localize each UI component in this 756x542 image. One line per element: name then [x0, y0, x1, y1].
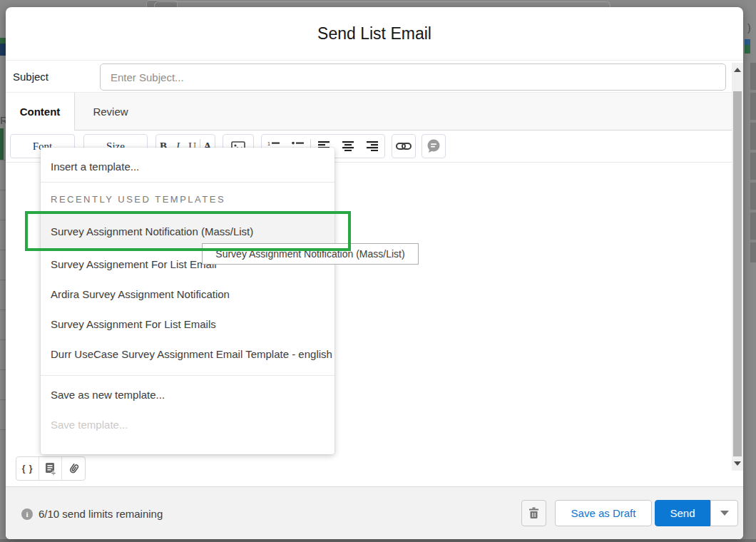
info-icon: i	[21, 508, 33, 520]
send-label: Send	[670, 507, 695, 519]
screen: R ) Send List Email Subject Content Revi…	[0, 0, 756, 542]
scrollbar-thumb[interactable]	[733, 91, 742, 456]
backdrop-artifact	[0, 38, 6, 44]
scrollbar-up-button[interactable]	[732, 63, 743, 77]
menu-item-template-2[interactable]: Ardira Survey Assignment Notification	[41, 280, 334, 310]
insert-link-button[interactable]	[392, 134, 416, 158]
modal-footer: i 6/10 send limits remaining Save as Dra…	[6, 486, 743, 539]
page-title: Send List Email	[6, 24, 743, 44]
modal-header: Send List Email	[6, 7, 743, 61]
backdrop-artifact	[745, 45, 750, 53]
svg-text:1: 1	[267, 141, 270, 146]
insert-template-button[interactable]	[39, 457, 62, 480]
menu-item-template-3[interactable]: Survey Assignment For List Emails	[41, 310, 334, 339]
backdrop-row-lines	[750, 63, 756, 262]
feedback-button[interactable]	[422, 134, 446, 158]
menu-section-header: RECENTLY USED TEMPLATES	[41, 183, 334, 214]
scroll-down-icon	[734, 461, 741, 466]
chevron-down-icon	[720, 511, 729, 516]
subject-label: Subject	[13, 71, 48, 83]
scroll-up-icon	[734, 68, 741, 72]
backdrop-bottom-strip	[0, 539, 756, 542]
backdrop-row-lines	[0, 160, 6, 454]
paperclip-icon	[67, 461, 80, 476]
tab-bar: Content Review	[6, 93, 743, 131]
send-options-button[interactable]	[710, 500, 738, 526]
subject-row: Subject	[6, 61, 743, 93]
send-limits: i 6/10 send limits remaining	[21, 508, 163, 520]
align-center-icon	[342, 141, 354, 151]
align-center-button[interactable]	[336, 135, 360, 158]
template-tooltip: Survey Assignment Notification (Mass/Lis…	[202, 243, 419, 265]
backdrop-artifact	[0, 44, 6, 56]
link-icon	[396, 140, 412, 152]
scrollbar[interactable]	[732, 63, 743, 471]
align-right-button[interactable]	[360, 135, 384, 158]
menu-gap	[41, 369, 334, 375]
tab-content[interactable]: Content	[6, 93, 75, 131]
send-limits-text: 6/10 send limits remaining	[39, 508, 163, 520]
menu-item-save-as-new-template[interactable]: Save as new template...	[41, 380, 334, 410]
delete-draft-button[interactable]	[521, 500, 546, 526]
merge-field-icon: { }	[22, 464, 34, 474]
save-as-draft-button[interactable]: Save as Draft	[555, 500, 652, 526]
tab-review[interactable]: Review	[76, 93, 145, 131]
backdrop-artifact	[0, 128, 4, 160]
trash-icon	[528, 507, 539, 519]
backdrop-artifact	[745, 39, 750, 45]
scrollbar-down-button[interactable]	[732, 456, 743, 471]
attach-file-button[interactable]	[62, 457, 85, 480]
editor-footer-icons: { }	[16, 456, 86, 481]
feedback-icon	[426, 139, 441, 153]
save-as-draft-label: Save as Draft	[571, 507, 636, 519]
merge-field-button[interactable]: { }	[16, 457, 39, 480]
backdrop-text-fragment: )	[747, 22, 751, 34]
menu-item-insert-template[interactable]: Insert a template...	[41, 152, 334, 182]
insert-template-icon	[44, 462, 57, 476]
align-right-icon	[367, 141, 378, 151]
menu-item-save-template: Save template...	[41, 410, 334, 440]
send-button[interactable]: Send	[655, 500, 710, 526]
subject-input[interactable]	[100, 63, 726, 91]
menu-item-template-4[interactable]: Durr UseCase Survey Assignment Email Tem…	[41, 339, 334, 369]
template-dropdown-menu: Insert a template... RECENTLY USED TEMPL…	[41, 148, 334, 454]
